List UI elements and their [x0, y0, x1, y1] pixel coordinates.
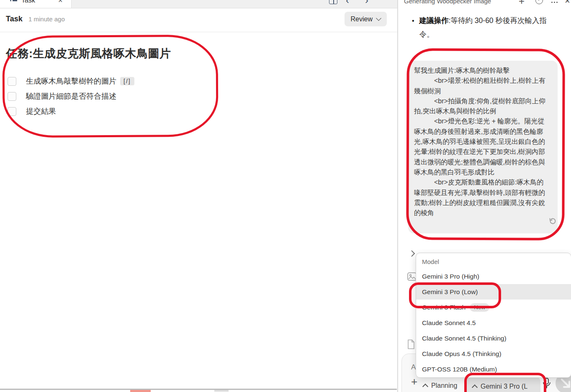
- status-badge: [/]: [120, 77, 134, 85]
- image-icon: [407, 272, 417, 283]
- menu-item-gemini-3-pro-low[interactable]: Gemini 3 Pro (Low): [416, 284, 571, 300]
- chevron-up-icon: [422, 384, 428, 389]
- model-dropdown-menu: Model Gemini 3 Pro (High) Gemini 3 Pro (…: [416, 253, 571, 378]
- menu-item-label: Claude Sonnet 4.5: [422, 319, 476, 327]
- task-heading: 任務:生成皮克斯風格啄木鳥圖片: [6, 46, 171, 61]
- document-icon: [407, 339, 415, 351]
- app-window: Task × ‹ › Task 1 minute ago Review 任務:生…: [0, 0, 571, 392]
- prompt-message-bubble: 幫我生成圖片:啄木鳥的樹幹敲擊 <br>場景:松樹的粗壯樹幹上,樹幹上有幾個樹洞…: [408, 61, 558, 233]
- retry-icon[interactable]: [548, 217, 557, 228]
- tab-task[interactable]: Task ×: [0, 0, 72, 8]
- chevron-up-icon: [472, 384, 478, 390]
- checkbox[interactable]: [8, 107, 16, 116]
- page-title: Task: [6, 15, 23, 23]
- prompt-text: 幫我生成圖片:啄木鳥的樹幹敲擊 <br>場景:松樹的粗壯樹幹上,樹幹上有幾個樹洞…: [414, 66, 547, 218]
- task-list-icon: [10, 0, 17, 1]
- menu-item-label: GPT-OSS 120B (Medium): [422, 366, 497, 373]
- bottom-edge-bar: [0, 389, 397, 390]
- checklist-item-label: 提交結果: [26, 106, 56, 116]
- menu-item-claude-sonnet-45[interactable]: Claude Sonnet 4.5: [416, 315, 571, 331]
- annotation-fragment: [130, 390, 151, 392]
- chat-title: Generating Woodpecker Image: [404, 0, 491, 5]
- menu-item-claude-sonnet-45-thinking[interactable]: Claude Sonnet 4.5 (Thinking): [416, 331, 571, 346]
- ui-fragment: [214, 390, 229, 392]
- menu-item-gpt-oss-120b[interactable]: GPT-OSS 120B (Medium): [416, 361, 571, 377]
- tab-strip: Task × ‹ ›: [0, 0, 397, 8]
- checkbox[interactable]: [8, 77, 16, 86]
- menu-item-gemini-3-flash[interactable]: Gemini 3 Flash New: [416, 300, 571, 315]
- checkbox[interactable]: [8, 92, 16, 101]
- menu-item-label: Gemini 3 Pro (Low): [422, 288, 478, 296]
- tab-close-icon[interactable]: ×: [58, 0, 63, 5]
- review-button-label: Review: [351, 15, 373, 23]
- menu-item-label: Claude Sonnet 4.5 (Thinking): [422, 335, 507, 342]
- planning-mode-selector[interactable]: Planning: [423, 382, 457, 389]
- planning-label: Planning: [431, 382, 457, 389]
- new-chat-icon[interactable]: +: [519, 0, 525, 7]
- tab-title: Task: [21, 0, 35, 4]
- review-button[interactable]: Review: [345, 12, 387, 26]
- suggestion-label: 建議操作: [419, 16, 449, 25]
- chat-panel: Generating Woodpecker Image + × • 建議操作:等…: [398, 0, 571, 392]
- model-pill-label: Gemini 3 Pro (L: [481, 383, 527, 390]
- new-badge: New: [470, 303, 489, 312]
- menu-item-gemini-3-pro-high[interactable]: Gemini 3 Pro (High): [416, 269, 571, 284]
- more-options-icon[interactable]: [551, 2, 553, 3]
- checklist: 生成啄木鳥敲擊樹幹的圖片 [/] 驗證圖片細節是否符合描述 提交結果: [8, 77, 134, 122]
- suggestion-bullet: • 建議操作:等待約 30-60 秒後再次輸入指令。: [412, 14, 561, 41]
- checklist-item: 生成啄木鳥敲擊樹幹的圖片 [/]: [8, 77, 134, 86]
- timestamp: 1 minute ago: [28, 15, 65, 23]
- input-partial-text: A: [411, 363, 416, 372]
- checklist-item: 驗證圖片細節是否符合描述: [8, 92, 134, 101]
- model-selector-pill[interactable]: Gemini 3 Pro (L: [467, 376, 540, 392]
- attach-icon[interactable]: +: [411, 375, 417, 388]
- chevron-down-icon: [376, 15, 381, 21]
- split-view-icon[interactable]: [329, 0, 337, 4]
- menu-item-label: Gemini 3 Pro (High): [422, 273, 479, 280]
- model-menu-header: Model: [416, 253, 571, 269]
- checklist-item-label: 驗證圖片細節是否符合描述: [26, 91, 116, 101]
- menu-item-claude-opus-45-thinking[interactable]: Claude Opus 4.5 (Thinking): [416, 346, 571, 361]
- forward-icon[interactable]: ›: [365, 0, 368, 6]
- task-panel: Task × ‹ › Task 1 minute ago Review 任務:生…: [0, 0, 397, 392]
- menu-item-label: Gemini 3 Flash: [422, 304, 466, 311]
- bullet-icon: •: [412, 14, 414, 41]
- menu-item-label: Claude Opus 4.5 (Thinking): [422, 350, 502, 358]
- history-icon[interactable]: [535, 0, 543, 4]
- checklist-item-label: 生成啄木鳥敲擊樹幹的圖片: [26, 76, 116, 86]
- microphone-icon[interactable]: [542, 377, 551, 392]
- task-header: Task 1 minute ago Review: [0, 8, 397, 32]
- back-icon[interactable]: ‹: [346, 0, 349, 6]
- close-icon[interactable]: ×: [565, 0, 570, 6]
- checklist-item: 提交結果: [8, 107, 134, 116]
